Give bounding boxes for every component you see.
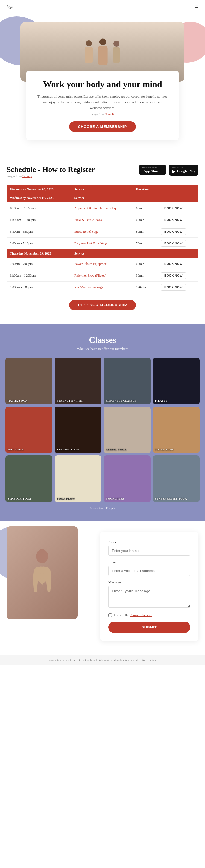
book-cell: BOOK NOW [157, 258, 199, 270]
logo: logo [6, 5, 14, 9]
menu-icon[interactable]: ≡ [195, 3, 199, 10]
book-button[interactable]: BOOK NOW [161, 228, 186, 235]
class-time: 6:00pm - 7:10pm [6, 238, 71, 249]
class-item[interactable]: AERIAL YOGA [104, 407, 151, 454]
class-item[interactable]: STRETCH YOGA [5, 455, 52, 502]
schedule-top: Schedule - How to Register images from I… [6, 165, 199, 183]
hero-section: Work your body and your mind Thousands o… [0, 13, 205, 154]
class-time: 11:00am - 12:00pm [6, 214, 71, 226]
table-row: 11:00am - 12:00pm Flow & Let Go Yoga 60m… [6, 214, 199, 226]
terms-checkbox[interactable] [108, 614, 112, 617]
class-service: Power Pilates Equipment [71, 258, 133, 270]
book-button[interactable]: BOOK NOW [161, 217, 186, 223]
day-duration-header [133, 194, 157, 203]
class-item[interactable]: HATHA YOGA [5, 358, 52, 404]
table-row: 6:00pm - 7:10pm Beginner Hot Flow Yoga 7… [6, 238, 199, 249]
class-duration: 60min [133, 203, 157, 214]
app-buttons: Download on the App Store GET IT ON ▶ Go… [139, 165, 199, 176]
contact-section: Name Email Message I accept the Terms of… [0, 521, 205, 655]
class-item[interactable]: YOGA FLOW [55, 455, 102, 502]
book-button[interactable]: BOOK NOW [161, 205, 186, 212]
class-label: AERIAL YOGA [106, 448, 127, 451]
class-item[interactable]: TOTAL BODY [153, 407, 200, 454]
class-item[interactable]: STRESS RELIEF YOGA [153, 455, 200, 502]
class-time: 6:00pm - 8:00pm [6, 281, 71, 293]
class-time: 5:30pm - 6:50pm [6, 226, 71, 238]
day-header-row: Wednesday November 08, 2023 Service [6, 194, 199, 203]
table-row: 5:30pm - 6:50pm Stress Relief Yoga 80min… [6, 226, 199, 238]
terms-row: I accept the Terms of Service [108, 613, 190, 617]
book-cell: BOOK NOW [157, 281, 199, 293]
contact-form: Name Email Message I accept the Terms of… [100, 532, 199, 641]
google-play-button[interactable]: GET IT ON ▶ Google Play [169, 165, 199, 176]
yogi-3 [112, 41, 120, 63]
classes-credit-link[interactable]: Freepik [106, 507, 116, 510]
footer: Sample text: click to select the text bo… [0, 655, 205, 665]
class-item[interactable]: STRENGTH + HIIT [55, 358, 102, 404]
day-header-row: Thursday November 09, 2023 Service [6, 249, 199, 258]
schedule-title: Schedule - How to Register [6, 165, 95, 175]
name-input[interactable] [108, 546, 190, 556]
book-cell: BOOK NOW [157, 226, 199, 238]
class-duration: 60min [133, 214, 157, 226]
hero-image-credit: image from Freepik [37, 113, 168, 116]
schedule-credit-link[interactable]: Indexsy [22, 175, 32, 178]
table-row: 6:00pm - 8:00pm Yin /Restorative Yoga 12… [6, 281, 199, 293]
header: logo ≡ [0, 0, 205, 13]
email-input[interactable] [108, 566, 190, 576]
classes-section: Classes What we have to offer our member… [0, 324, 205, 521]
footer-text: Sample text: click to select the text bo… [48, 658, 157, 661]
class-item[interactable]: YOGALATES [104, 455, 151, 502]
class-label: STRENGTH + HIIT [57, 399, 83, 402]
class-duration: 70min [133, 238, 157, 249]
submit-button[interactable]: SUBMIT [108, 622, 190, 633]
class-service: Alignment & Stretch Pilates Eq [71, 203, 133, 214]
day-service-header: Service [71, 249, 133, 258]
contact-person [6, 526, 78, 619]
class-time: 6:00pm - 7:00pm [6, 258, 71, 270]
day-date: Thursday November 09, 2023 [6, 249, 71, 258]
book-button[interactable]: BOOK NOW [161, 284, 186, 290]
book-button[interactable]: BOOK NOW [161, 260, 186, 267]
classes-credit: Images from Freepik [5, 507, 200, 510]
class-label: VINYASA YOGA [57, 448, 79, 451]
class-service: Flow & Let Go Yoga [71, 214, 133, 226]
class-label: HOT YOGA [8, 448, 24, 451]
class-label: SPECIALTY CLASSES [106, 399, 136, 402]
email-group: Email [108, 560, 190, 576]
col-header-action [157, 185, 199, 194]
message-group: Message [108, 580, 190, 609]
class-label: YOGA FLOW [57, 497, 75, 500]
book-cell: BOOK NOW [157, 270, 199, 281]
book-button[interactable]: BOOK NOW [161, 272, 186, 279]
class-item[interactable]: PILATES [153, 358, 200, 404]
contact-image [6, 526, 78, 619]
hero-description: Thousands of companies across Europe off… [37, 94, 168, 111]
class-item[interactable]: HOT YOGA [5, 407, 52, 454]
schedule-cta-button[interactable]: CHOOSE A MEMBERSHIP [69, 300, 135, 310]
class-service: Beginner Hot Flow Yoga [71, 238, 133, 249]
book-button[interactable]: BOOK NOW [161, 240, 186, 247]
class-item[interactable]: VINYASA YOGA [55, 407, 102, 454]
yogi-2 [98, 38, 107, 65]
book-cell: BOOK NOW [157, 203, 199, 214]
name-label: Name [108, 540, 190, 544]
hero-cta-button[interactable]: CHOOSE A MEMBERSHIP [69, 121, 135, 132]
col-header-duration: Duration [133, 185, 157, 194]
day-action-header [157, 194, 199, 203]
email-label: Email [108, 560, 190, 564]
app-store-button[interactable]: Download on the App Store [139, 165, 166, 175]
class-item[interactable]: SPECIALTY CLASSES [104, 358, 151, 404]
person-svg [28, 545, 56, 600]
book-cell: BOOK NOW [157, 238, 199, 249]
terms-link[interactable]: Terms of Service [130, 613, 152, 617]
classes-title: Classes [5, 335, 200, 345]
day-date: Wednesday November 08, 2023 [6, 194, 71, 203]
class-label: PILATES [155, 399, 168, 402]
class-duration: 90min [133, 270, 157, 281]
col-header-service: Service [71, 185, 133, 194]
google-icon: ▶ [172, 169, 176, 174]
col-header-time: Wednesday November 08, 2023 [6, 185, 71, 194]
hero-credit-link[interactable]: Freepik [105, 113, 114, 116]
message-textarea[interactable] [108, 586, 190, 608]
